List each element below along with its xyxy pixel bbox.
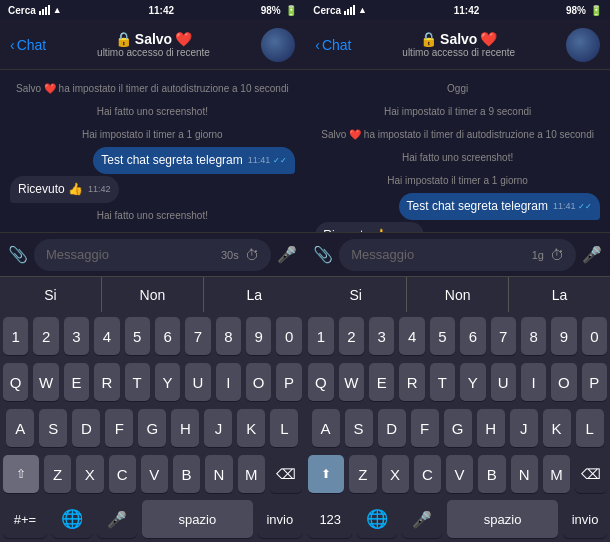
right-space-key[interactable]: spazio — [447, 500, 558, 538]
right-key-q[interactable]: Q — [308, 363, 333, 401]
right-key-n[interactable]: N — [511, 455, 538, 493]
right-key-v[interactable]: V — [446, 455, 473, 493]
left-shift-key[interactable]: ⇧ — [3, 455, 39, 493]
left-key-i[interactable]: I — [216, 363, 241, 401]
left-key-f[interactable]: F — [105, 409, 133, 447]
right-invio-key[interactable]: invio — [563, 500, 607, 538]
left-back-button[interactable]: ‹ Chat — [10, 37, 46, 53]
left-avatar[interactable] — [261, 28, 295, 62]
left-key-4[interactable]: 4 — [94, 317, 119, 355]
left-attachment-icon[interactable]: 📎 — [8, 245, 28, 264]
right-key-m[interactable]: M — [543, 455, 570, 493]
right-key-9[interactable]: 9 — [551, 317, 576, 355]
left-key-3[interactable]: 3 — [64, 317, 89, 355]
left-suggestion-non[interactable]: Non — [102, 277, 204, 312]
right-key-l[interactable]: L — [576, 409, 604, 447]
right-key-p[interactable]: P — [582, 363, 607, 401]
right-key-b[interactable]: B — [478, 455, 505, 493]
right-key-y[interactable]: Y — [460, 363, 485, 401]
left-mic-key[interactable]: 🎤 — [97, 500, 137, 538]
right-key-0[interactable]: 0 — [582, 317, 607, 355]
right-mic-icon[interactable]: 🎤 — [582, 245, 602, 264]
right-key-c[interactable]: C — [414, 455, 441, 493]
right-key-e[interactable]: E — [369, 363, 394, 401]
left-key-v[interactable]: V — [141, 455, 168, 493]
left-input-field[interactable]: Messaggio 30s ⏱ — [34, 239, 271, 271]
left-key-w[interactable]: W — [33, 363, 58, 401]
left-key-m[interactable]: M — [238, 455, 265, 493]
left-key-8[interactable]: 8 — [216, 317, 241, 355]
right-key-z[interactable]: Z — [349, 455, 376, 493]
left-key-q[interactable]: Q — [3, 363, 28, 401]
right-key-8[interactable]: 8 — [521, 317, 546, 355]
right-input-field[interactable]: Messaggio 1g ⏱ — [339, 239, 576, 271]
right-key-6[interactable]: 6 — [460, 317, 485, 355]
left-key-7[interactable]: 7 — [185, 317, 210, 355]
left-key-h[interactable]: H — [171, 409, 199, 447]
right-key-s[interactable]: S — [345, 409, 373, 447]
left-key-k[interactable]: K — [237, 409, 265, 447]
left-key-s[interactable]: S — [39, 409, 67, 447]
left-invio-key[interactable]: invio — [258, 500, 302, 538]
left-key-9[interactable]: 9 — [246, 317, 271, 355]
left-mic-icon[interactable]: 🎤 — [277, 245, 297, 264]
right-key-r[interactable]: R — [399, 363, 424, 401]
right-key-4[interactable]: 4 — [399, 317, 424, 355]
left-key-e[interactable]: E — [64, 363, 89, 401]
right-key-5[interactable]: 5 — [430, 317, 455, 355]
left-suggestion-la[interactable]: La — [204, 277, 305, 312]
right-key-u[interactable]: U — [491, 363, 516, 401]
left-globe-key[interactable]: 🌐 — [52, 500, 92, 538]
right-key-7[interactable]: 7 — [491, 317, 516, 355]
left-key-l[interactable]: L — [270, 409, 298, 447]
right-back-button[interactable]: ‹ Chat — [315, 37, 351, 53]
right-key-f[interactable]: F — [411, 409, 439, 447]
left-key-j[interactable]: J — [204, 409, 232, 447]
left-key-g[interactable]: G — [138, 409, 166, 447]
right-key-g[interactable]: G — [444, 409, 472, 447]
left-key-z[interactable]: Z — [44, 455, 71, 493]
left-abc-key[interactable]: #+= — [3, 500, 47, 538]
right-suggestion-si[interactable]: Si — [305, 277, 407, 312]
right-suggestion-la[interactable]: La — [509, 277, 610, 312]
left-key-6[interactable]: 6 — [155, 317, 180, 355]
right-key-h[interactable]: H — [477, 409, 505, 447]
left-key-y[interactable]: Y — [155, 363, 180, 401]
left-key-x[interactable]: X — [76, 455, 103, 493]
left-key-b[interactable]: B — [173, 455, 200, 493]
right-key-i[interactable]: I — [521, 363, 546, 401]
left-delete-key[interactable]: ⌫ — [270, 455, 302, 493]
left-key-1[interactable]: 1 — [3, 317, 28, 355]
right-key-j[interactable]: J — [510, 409, 538, 447]
right-num-key[interactable]: 123 — [308, 500, 352, 538]
right-key-1[interactable]: 1 — [308, 317, 333, 355]
right-key-w[interactable]: W — [339, 363, 364, 401]
left-space-key[interactable]: spazio — [142, 500, 253, 538]
left-key-u[interactable]: U — [185, 363, 210, 401]
right-key-x[interactable]: X — [382, 455, 409, 493]
right-mic-key[interactable]: 🎤 — [402, 500, 442, 538]
left-key-r[interactable]: R — [94, 363, 119, 401]
left-key-d[interactable]: D — [72, 409, 100, 447]
right-key-3[interactable]: 3 — [369, 317, 394, 355]
right-key-d[interactable]: D — [378, 409, 406, 447]
right-key-k[interactable]: K — [543, 409, 571, 447]
right-avatar[interactable] — [566, 28, 600, 62]
left-suggestion-si[interactable]: Si — [0, 277, 102, 312]
right-delete-key[interactable]: ⌫ — [575, 455, 607, 493]
right-suggestion-non[interactable]: Non — [407, 277, 509, 312]
left-key-a[interactable]: A — [6, 409, 34, 447]
left-key-t[interactable]: T — [125, 363, 150, 401]
right-key-o[interactable]: O — [551, 363, 576, 401]
left-key-c[interactable]: C — [109, 455, 136, 493]
right-key-2[interactable]: 2 — [339, 317, 364, 355]
left-key-2[interactable]: 2 — [33, 317, 58, 355]
right-shift-key[interactable]: ⬆ — [308, 455, 344, 493]
left-key-p[interactable]: P — [276, 363, 301, 401]
left-key-0[interactable]: 0 — [276, 317, 301, 355]
right-key-a[interactable]: A — [312, 409, 340, 447]
left-key-n[interactable]: N — [205, 455, 232, 493]
right-key-t[interactable]: T — [430, 363, 455, 401]
right-attachment-icon[interactable]: 📎 — [313, 245, 333, 264]
left-key-5[interactable]: 5 — [125, 317, 150, 355]
